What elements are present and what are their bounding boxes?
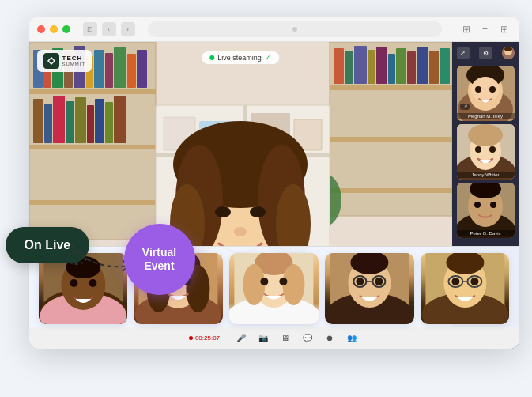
svg-rect-12: [105, 53, 113, 88]
svg-point-129: [67, 251, 86, 264]
session-timer: 00:25:07: [189, 335, 220, 342]
svg-rect-34: [388, 54, 395, 84]
svg-point-81: [489, 146, 496, 153]
svg-point-79: [468, 124, 503, 146]
svg-rect-4: [29, 200, 156, 205]
address-bar[interactable]: [148, 21, 442, 37]
svg-rect-26: [330, 85, 452, 90]
svg-rect-37: [417, 47, 428, 84]
participant-3[interactable]: [229, 253, 319, 324]
tech-summit-icon: [43, 53, 59, 69]
mic-control-icon[interactable]: 🎤: [234, 331, 248, 346]
svg-rect-22: [95, 99, 104, 143]
svg-point-62: [250, 206, 266, 217]
svg-point-109: [260, 278, 268, 285]
forward-button[interactable]: ›: [121, 22, 135, 36]
svg-rect-28: [330, 188, 452, 193]
browser-titlebar: ⊡ ‹ › ⊞ + ⊞: [29, 17, 519, 42]
logo-tech-label: TECH: [62, 55, 86, 62]
svg-rect-21: [87, 105, 94, 143]
svg-rect-20: [75, 97, 86, 143]
svg-point-107: [243, 264, 265, 305]
screen-share-icon[interactable]: 🖥: [278, 331, 292, 346]
browser-actions: ⊞ + ⊞: [459, 22, 511, 36]
live-badge-text: Live steaming: [217, 54, 262, 62]
svg-rect-38: [429, 51, 439, 84]
logo-overlay: TECH SUMMIT: [37, 50, 92, 72]
video-content: TECH SUMMIT Live steaming ✓ ⤢ ⚙: [29, 42, 519, 349]
svg-rect-36: [407, 51, 416, 84]
svg-rect-13: [114, 47, 126, 88]
browser-window: ⊡ ‹ › ⊞ + ⊞: [29, 17, 519, 349]
svg-point-80: [475, 146, 481, 153]
svg-point-119: [375, 278, 383, 285]
svg-rect-18: [53, 96, 65, 143]
svg-point-68: [504, 47, 512, 51]
svg-point-61: [215, 206, 231, 217]
fullscreen-button[interactable]: [62, 25, 70, 33]
svg-rect-11: [94, 50, 104, 88]
sidebar-user-3[interactable]: Peter G. Davis: [457, 183, 515, 238]
svg-rect-2: [29, 89, 156, 94]
svg-point-110: [279, 278, 287, 285]
svg-point-128: [470, 278, 478, 285]
svg-rect-32: [368, 50, 375, 84]
svg-point-75: [489, 86, 496, 93]
sidebar-user-1[interactable]: 🎤 Meghan M. Isley: [457, 66, 515, 121]
sidebar-user-2[interactable]: Jenny Whiter: [457, 124, 515, 180]
timer-dot: [189, 336, 193, 340]
svg-rect-35: [396, 48, 406, 84]
new-window-icon[interactable]: ⊞: [459, 22, 474, 36]
svg-rect-24: [114, 96, 126, 143]
mic-indicator-1: 🎤: [460, 104, 470, 110]
expand-icon[interactable]: ⤢: [457, 47, 470, 59]
svg-rect-30: [345, 51, 353, 84]
add-tab-icon[interactable]: +: [478, 22, 492, 36]
p5-face: [421, 253, 510, 324]
svg-point-127: [451, 278, 459, 285]
p4-face: [325, 253, 414, 324]
address-dot: [292, 27, 297, 32]
participants-icon[interactable]: 👥: [345, 331, 359, 346]
participant-4[interactable]: [325, 253, 414, 324]
minimize-button[interactable]: [50, 25, 58, 33]
main-scene: ⊡ ‹ › ⊞ + ⊞: [13, 17, 519, 380]
back-button[interactable]: ‹: [102, 22, 116, 36]
controls-bar: 00:25:07 🎤 📷 🖥 💬 ⏺ 👥: [29, 327, 519, 349]
live-check-icon: ✓: [265, 54, 271, 62]
svg-rect-33: [376, 47, 387, 84]
p3-face: [229, 253, 319, 324]
sidebar-avatar-small: [502, 47, 515, 59]
chat-icon[interactable]: 💬: [300, 331, 315, 346]
live-dot: [209, 55, 214, 60]
user1-name: Meghan M. Isley: [457, 113, 515, 119]
svg-rect-27: [330, 137, 452, 142]
svg-rect-23: [105, 102, 113, 143]
logo-summit-label: SUMMIT: [62, 62, 86, 66]
browser-nav: ⊡ ‹ ›: [83, 22, 135, 36]
window-icon[interactable]: ⊡: [83, 22, 97, 36]
participant-5[interactable]: [421, 253, 510, 324]
grid-view-icon[interactable]: ⊞: [497, 22, 511, 36]
svg-point-118: [356, 278, 364, 285]
logo-text: TECH SUMMIT: [62, 55, 86, 66]
svg-rect-16: [33, 99, 43, 143]
svg-point-94: [89, 279, 96, 287]
timer-value: 00:25:07: [195, 335, 220, 342]
close-button[interactable]: [37, 25, 45, 33]
svg-point-108: [282, 264, 304, 305]
svg-rect-14: [127, 54, 136, 88]
video-control-icon[interactable]: 📷: [256, 331, 270, 346]
svg-rect-3: [29, 145, 156, 149]
live-badge: Live steaming ✓: [202, 51, 279, 64]
svg-rect-39: [440, 48, 450, 84]
svg-point-93: [70, 279, 77, 287]
svg-rect-15: [137, 50, 147, 88]
virtual-event-badge: Virtual Event: [124, 224, 195, 295]
svg-rect-17: [44, 104, 52, 143]
settings-icon[interactable]: ⚙: [479, 47, 492, 59]
user3-name: Peter G. Davis: [457, 230, 515, 236]
sidebar-controls: ⤢ ⚙: [457, 47, 515, 59]
svg-point-63: [234, 227, 247, 236]
record-icon[interactable]: ⏺: [323, 331, 337, 346]
